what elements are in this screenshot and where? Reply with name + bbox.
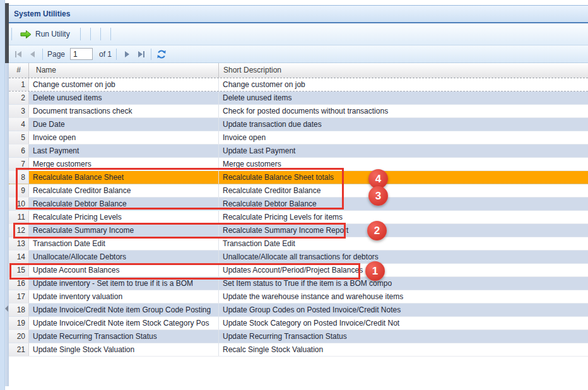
name-cell: Unallocate/Allocate Debtors [29, 251, 219, 263]
name-cell: Update inventory - Set item to true if i… [29, 277, 219, 290]
name-cell: Update inventory valuation [29, 290, 219, 303]
row-number-cell: 6 [9, 145, 29, 157]
desc-cell: Unallocate/Allocate all transactions for… [219, 251, 588, 263]
table-row[interactable]: 11Recalculate Pricing LevelsRecalculate … [9, 211, 588, 224]
table-row[interactable]: 21Update Single Stock ValuationRecalc Si… [9, 343, 588, 357]
desc-cell: Update Group Codes on Posted Invoice/Cre… [219, 304, 588, 316]
row-number-cell: 21 [9, 343, 29, 356]
run-arrow-icon [20, 30, 32, 39]
table-row[interactable]: 7Merge customersMerge customers [9, 158, 588, 171]
row-number-cell: 8 [9, 171, 29, 184]
row-number-cell: 9 [9, 184, 29, 197]
pager-separator [42, 49, 43, 60]
desc-cell: Update Stock Category on Posted Invoice/… [219, 317, 588, 329]
system-utilities-window: System Utilities Run Utility [9, 5, 588, 390]
table-row[interactable]: 10Recalculate Debtor BalanceRecalculate … [9, 198, 588, 211]
name-cell: Change customer on job [29, 78, 219, 91]
first-page-button[interactable] [11, 48, 25, 61]
desc-cell: Recalculate Creditor Balance [219, 184, 588, 197]
table-row[interactable]: 20Update Recurring Transaction StatusUpd… [9, 330, 588, 343]
table-row[interactable]: 1Change customer on jobChange customer o… [9, 78, 588, 92]
row-number-cell: 15 [9, 264, 29, 276]
name-cell: Document transactions check [29, 105, 219, 117]
row-number-cell: 7 [9, 158, 29, 170]
toolbar-separator [11, 28, 12, 40]
name-cell: Transaction Date Edit [29, 237, 219, 250]
table-row[interactable]: 19Update Invoice/Credit Note item Stock … [9, 317, 588, 330]
desc-cell: Update Last Payment [219, 145, 588, 157]
desc-cell: Invoice open [219, 131, 588, 144]
row-number-cell: 17 [9, 290, 29, 303]
run-utility-label: Run Utility [35, 30, 70, 38]
table-row[interactable]: 16Update inventory - Set item to true if… [9, 277, 588, 290]
row-number-cell: 18 [9, 304, 29, 316]
toolbar-separator [90, 28, 91, 40]
pager-separator [116, 49, 117, 60]
next-page-button[interactable] [120, 48, 134, 61]
annotation-badge-2: 2 [367, 221, 387, 240]
row-number-cell: 14 [9, 251, 29, 263]
annotation-badge-3: 3 [368, 186, 388, 206]
row-number-cell: 4 [9, 118, 29, 131]
name-cell: Update Invoice/Credit Note item Stock Ca… [29, 317, 219, 329]
grid-rows: 1Change customer on jobChange customer o… [9, 78, 588, 357]
table-row[interactable]: 3Document transactions checkCheck for po… [9, 105, 588, 118]
row-number-cell: 11 [9, 211, 29, 223]
toolbar-separator [80, 28, 81, 40]
run-utility-button[interactable]: Run Utility [16, 28, 75, 41]
table-row[interactable]: 12Recalculate Summary IncomeRecalculate … [9, 224, 588, 237]
desc-cell: Recalc Single Stock Valuation [219, 343, 588, 356]
row-number-cell: 10 [9, 198, 29, 210]
row-number-cell: 2 [9, 92, 29, 104]
name-cell: Update Recurring Transaction Status [29, 330, 219, 343]
table-row[interactable]: 18Update Invoice/Credit Note item Group … [9, 304, 588, 317]
table-row[interactable]: 9Recalculate Creditor BalanceRecalculate… [9, 184, 588, 198]
row-number-cell: 1 [9, 78, 29, 91]
desc-cell: Change customer on job [219, 78, 588, 91]
table-row[interactable]: 17Update inventory valuationUpdate the w… [9, 290, 588, 304]
of-pages-label: of 1 [98, 50, 113, 59]
table-row[interactable]: 4Due DateUpdate transaction due dates [9, 118, 588, 131]
name-cell: Due Date [29, 118, 219, 131]
name-cell: Update Account Balances [29, 264, 219, 276]
table-row[interactable]: 2Delete unused itemsDelete unused items [9, 92, 588, 105]
name-cell: Merge customers [29, 158, 219, 170]
table-row[interactable]: 5Invoice openInvoice open [9, 131, 588, 145]
prev-page-button[interactable] [25, 48, 39, 61]
name-cell: Update Single Stock Valuation [29, 343, 219, 356]
row-number-cell: 19 [9, 317, 29, 329]
splitter-collapse-icon[interactable] [5, 305, 8, 312]
table-row[interactable]: 13Transaction Date EditTransaction Date … [9, 237, 588, 251]
desc-cell: Set Item status to True if the item is a… [219, 277, 588, 290]
header-name[interactable]: Name [29, 63, 219, 78]
toolbar-separator [100, 28, 101, 40]
desc-cell: Transaction Date Edit [219, 237, 588, 250]
row-number-cell: 12 [9, 224, 29, 237]
name-cell: Recalculate Summary Income [29, 224, 219, 237]
desc-cell: Recalculate Balance Sheet totals [219, 171, 588, 184]
table-row[interactable]: 14Unallocate/Allocate DebtorsUnallocate/… [9, 251, 588, 264]
refresh-button[interactable] [155, 48, 168, 61]
desc-cell: Update Recurring Transaction Status [219, 330, 588, 343]
name-cell: Recalculate Debtor Balance [29, 198, 219, 210]
grid-header: # Name Short Description [9, 63, 588, 78]
desc-cell: Update the warehouse instance and wareho… [219, 290, 588, 303]
left-edge-strip [0, 0, 5, 390]
row-number-cell: 20 [9, 330, 29, 343]
name-cell: Invoice open [29, 131, 219, 144]
row-number-cell: 5 [9, 131, 29, 144]
row-number-cell: 16 [9, 277, 29, 290]
name-cell: Recalculate Balance Sheet [29, 171, 219, 184]
header-row-number[interactable]: # [9, 63, 29, 78]
desc-cell: Update transaction due dates [219, 118, 588, 131]
page-number-input[interactable] [70, 48, 93, 60]
pager-separator [151, 49, 151, 60]
desc-cell: Recalculate Pricing Levels for items [219, 211, 588, 223]
table-row[interactable]: 15Update Account BalancesUpdates Account… [9, 264, 588, 277]
table-row[interactable]: 6Last PaymentUpdate Last Payment [9, 145, 588, 158]
table-row[interactable]: 8Recalculate Balance SheetRecalculate Ba… [9, 171, 588, 184]
desc-cell: Delete unused items [219, 92, 588, 104]
header-short-description[interactable]: Short Description [219, 63, 588, 78]
last-page-button[interactable] [134, 48, 148, 61]
desc-cell: Merge customers [219, 158, 588, 170]
